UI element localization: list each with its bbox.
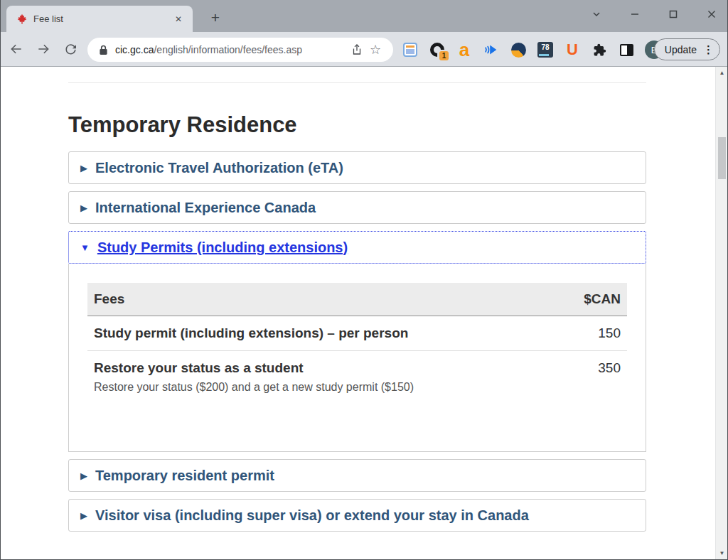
fee-table-header-currency: $CAN xyxy=(557,283,627,316)
extensions-row: 1 a 78 U xyxy=(402,38,663,62)
accordion-study-permits-header[interactable]: ▼Study Permits (including extensions) xyxy=(68,231,646,264)
fee-table-header-fees: Fees xyxy=(87,283,557,316)
fee-label: Restore your status as a student xyxy=(94,360,304,375)
back-button[interactable] xyxy=(5,38,28,60)
tab-fee-list[interactable]: Fee list ✕ xyxy=(6,6,193,32)
scroll-up-icon[interactable]: ▲ xyxy=(716,67,728,79)
reload-button[interactable] xyxy=(59,38,82,60)
kebab-menu-icon[interactable]: ⋮ xyxy=(703,43,714,56)
accordion-collapsed-icon: ▶ xyxy=(80,203,87,213)
score-extension-icon[interactable]: 78 xyxy=(537,41,554,58)
maple-leaf-favicon xyxy=(16,14,28,25)
update-button[interactable]: Update ⋮ xyxy=(654,38,720,60)
ubersuggest-letter: U xyxy=(567,41,578,59)
browser-toolbar: cic.gc.ca/english/information/fees/fees.… xyxy=(1,32,727,67)
url-path: /english/information/fees/fees.asp xyxy=(154,44,302,55)
fee-label: Study permit (including extensions) – pe… xyxy=(94,325,408,340)
scrollbar-thumb[interactable] xyxy=(718,137,726,179)
onetab-badge: 1 xyxy=(439,51,449,60)
section-divider xyxy=(68,82,646,83)
score-value: 78 xyxy=(537,42,553,53)
window-controls xyxy=(587,3,722,26)
accordion-label: Study Permits (including extensions) xyxy=(97,239,348,255)
accordion-study-permits: ▼Study Permits (including extensions) Fe… xyxy=(68,231,646,452)
fee-amount: 350 xyxy=(557,351,627,404)
widget-extension-art xyxy=(403,43,417,57)
tab-title: Fee list xyxy=(33,14,171,24)
tab-strip: Fee list ✕ + xyxy=(1,0,727,32)
bookmark-star-icon[interactable]: ☆ xyxy=(366,41,385,59)
share-icon[interactable] xyxy=(348,41,366,59)
minimize-button[interactable] xyxy=(625,4,645,24)
swirl-art xyxy=(511,43,526,58)
fee-row-study-permit: Study permit (including extensions) – pe… xyxy=(87,316,627,351)
amazon-letter: a xyxy=(459,43,469,57)
amazon-extension-icon[interactable]: a xyxy=(456,41,473,58)
browser-window: Fee list ✕ + xyxy=(0,0,728,560)
fee-table-header-row: Fees $CAN xyxy=(87,283,627,316)
fee-note: Restore your status ($200) and a get a n… xyxy=(94,381,551,394)
vertical-scrollbar[interactable]: ▲ ▼ xyxy=(715,67,727,559)
update-label: Update xyxy=(665,44,697,55)
accordion-trp[interactable]: ▶Temporary resident permit xyxy=(68,459,646,492)
study-permits-panel: Fees $CAN Study permit (including extens… xyxy=(68,264,646,452)
scroll-down-icon[interactable]: ▼ xyxy=(716,547,728,559)
url-text: cic.gc.ca/english/information/fees/fees.… xyxy=(115,44,348,55)
accordion-collapsed-icon: ▶ xyxy=(80,163,87,173)
score-box: 78 xyxy=(537,42,553,58)
onetab-extension-icon[interactable]: 1 xyxy=(429,41,446,58)
accordion-visitor-visa[interactable]: ▶Visitor visa (including super visa) or … xyxy=(68,499,646,532)
page-title: Temporary Residence xyxy=(68,112,646,138)
side-panel-art xyxy=(620,44,633,56)
forward-button[interactable] xyxy=(32,38,55,60)
accordion-collapsed-icon: ▶ xyxy=(80,470,87,481)
accordion-label: Visitor visa (including super visa) or e… xyxy=(95,507,529,523)
chevron-down-icon[interactable] xyxy=(587,4,606,24)
accordion-eta[interactable]: ▶Electronic Travel Authorization (eTA) xyxy=(68,151,646,184)
fee-table: Fees $CAN Study permit (including extens… xyxy=(87,283,627,403)
page-body: Temporary Residence ▶Electronic Travel A… xyxy=(68,82,646,532)
side-panel-icon[interactable] xyxy=(618,41,635,58)
close-button[interactable] xyxy=(702,4,722,24)
cast-wave-extension-icon[interactable] xyxy=(483,41,500,58)
fee-row-restore-status: Restore your status as a student Restore… xyxy=(87,351,627,404)
url-host: cic.gc.ca xyxy=(115,44,154,55)
new-tab-button[interactable]: + xyxy=(205,9,225,28)
accordion-expanded-icon: ▼ xyxy=(80,242,90,253)
address-bar[interactable]: cic.gc.ca/english/information/fees/fees.… xyxy=(87,38,393,62)
ubersuggest-extension-icon[interactable]: U xyxy=(564,41,581,58)
fee-amount: 150 xyxy=(557,316,627,351)
accordion-label: Electronic Travel Authorization (eTA) xyxy=(95,160,343,176)
accordion-label: International Experience Canada xyxy=(95,200,316,215)
accordion-label: Temporary resident permit xyxy=(95,468,274,483)
tab-close-icon[interactable]: ✕ xyxy=(171,13,186,26)
extensions-puzzle-icon[interactable] xyxy=(591,41,608,58)
page-viewport: Temporary Residence ▶Electronic Travel A… xyxy=(1,67,715,559)
widget-extension-icon[interactable] xyxy=(402,41,419,58)
accordion-iec[interactable]: ▶International Experience Canada xyxy=(68,191,646,224)
accordion-collapsed-icon: ▶ xyxy=(80,510,87,521)
swirl-extension-icon[interactable] xyxy=(510,41,527,58)
lock-icon[interactable] xyxy=(99,45,108,55)
maximize-button[interactable] xyxy=(663,4,683,24)
